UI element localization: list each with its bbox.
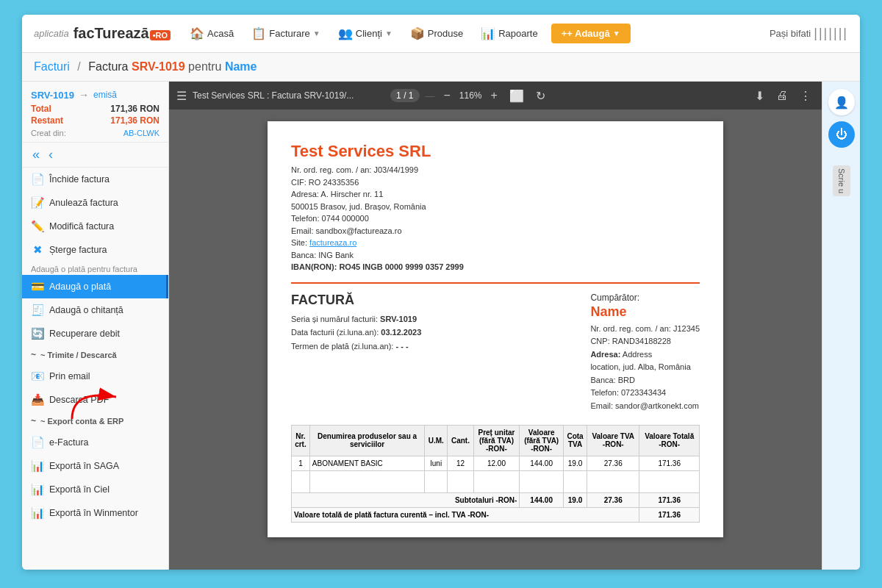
breadcrumb-current-prefix: Factura: [88, 60, 128, 73]
nav-produse[interactable]: 📦 Produse: [403, 22, 470, 45]
sidebar-item-recuperare[interactable]: 🔄 Recuperare debit: [22, 322, 168, 345]
inchide-icon: 📄: [31, 173, 44, 186]
modifica-icon: ✏️: [31, 220, 44, 233]
pdf-zoom-out[interactable]: −: [441, 87, 453, 104]
user-icon-btn[interactable]: 👤: [828, 89, 855, 115]
nav-clienti[interactable]: 👥 Clienți ▼: [331, 22, 400, 45]
pdf-toolbar: ☰ Test Services SRL : Factura SRV-1019/.…: [169, 82, 822, 110]
chevron-down-icon: ▼: [313, 29, 320, 37]
add-button[interactable]: + + Adaugă ▼: [551, 24, 631, 43]
total-label: Total: [31, 104, 51, 114]
user-icon: 👤: [834, 96, 849, 110]
sidebar-item-adauga-plata[interactable]: 💳 Adaugă o plată: [22, 275, 168, 298]
sidebar-item-saga[interactable]: 📊 Exportă în SAGA: [22, 454, 168, 478]
nav-arrows: « ‹: [22, 143, 168, 168]
brand-logo-dot: •RO: [150, 30, 171, 40]
left-sidebar: SRV-1019 → emisă Total 171,36 RON Restan…: [22, 82, 169, 570]
company-site-link[interactable]: factureaza.ro: [309, 238, 356, 247]
pdf-rotate-btn[interactable]: ↻: [533, 87, 548, 104]
content-area: ☰ Test Services SRL : Factura SRV-1019/.…: [169, 82, 860, 570]
ciel-icon: 📊: [31, 483, 44, 496]
nav-pasi: Pași bifati |||||||: [770, 26, 848, 41]
doc-divider: [291, 282, 700, 284]
col-cota: CotaTVA: [563, 425, 587, 456]
pdf-download-btn[interactable]: ⬇: [752, 87, 767, 104]
export-arrow-icon: ~: [31, 416, 36, 426]
pdf-more-btn[interactable]: ⋮: [797, 87, 814, 104]
sidebar-item-adauga-chitanta[interactable]: 🧾 Adaugă o chitanță: [22, 298, 168, 322]
winmentor-icon: 📊: [31, 506, 44, 520]
main-layout: SRV-1019 → emisă Total 171,36 RON Restan…: [22, 82, 860, 570]
power-icon: ⏻: [836, 128, 847, 141]
sidebar-item-efactura[interactable]: 📄 e-Factura: [22, 431, 168, 454]
efactura-icon: 📄: [31, 436, 44, 449]
saga-icon: 📊: [31, 459, 44, 473]
col-nr: Nr.crt.: [292, 425, 310, 456]
sidebar-item-anuleaza[interactable]: 📝 Anulează factura: [22, 191, 168, 215]
sidebar-item-email[interactable]: 📧 Prin email: [22, 365, 168, 388]
sidebar-item-sterge[interactable]: ✖ Șterge factura: [22, 238, 168, 262]
breadcrumb-pentru: pentru: [188, 60, 221, 73]
pdf-zoom-in[interactable]: +: [488, 87, 501, 104]
scrie-button[interactable]: Scrie u: [833, 165, 850, 196]
trimite-arrow-icon: ~: [31, 350, 36, 360]
total-row: Valoare totală de plată factura curentă …: [292, 507, 700, 522]
recuperare-icon: 🔄: [31, 327, 44, 340]
brand-aplicatia: aplicatia: [34, 28, 69, 39]
empty-row: [292, 470, 700, 492]
breadcrumb-separator: /: [77, 60, 80, 73]
adauga-plata-icon: 💳: [31, 280, 44, 293]
pdf-title: Test Services SRL : Factura SRV-1019/...: [193, 90, 384, 101]
doc-company-name: Test Services SRL: [291, 142, 700, 161]
nav-acasa[interactable]: 🏠 Acasă: [182, 22, 241, 45]
restant-value: 171,36 RON: [110, 115, 159, 126]
doc-invoice-row: FACTURĂ Seria și numărul facturii: SRV-1…: [291, 293, 700, 413]
doc-factura-title: FACTURĂ: [291, 293, 421, 308]
nav-facturare[interactable]: 📋 Facturare ▼: [244, 22, 328, 45]
rapoarte-icon: 📊: [481, 26, 495, 40]
power-btn[interactable]: ⏻: [828, 121, 855, 148]
brand-area: aplicatia facTureazā•RO: [34, 25, 171, 42]
pdf-content: Test Services SRL Nr. ord. reg. com. / a…: [169, 110, 822, 570]
pdf-select-btn[interactable]: ⬜: [506, 87, 527, 104]
invoice-restant-row: Restant 171,36 RON: [31, 115, 159, 126]
col-total: Valoare Totală-RON-: [639, 425, 700, 456]
plus-icon: +: [562, 28, 567, 39]
export-section-header: ~ ~ Export conta & ERP: [22, 412, 168, 431]
nav-rapoarte[interactable]: 📊 Rapoarte: [473, 22, 545, 45]
col-tva: Valoare TVA-RON-: [587, 425, 639, 456]
breadcrumb-invoice-number: SRV-1019: [132, 60, 185, 73]
sterge-icon: ✖: [31, 243, 44, 257]
doc-factura-section: FACTURĂ Seria și numărul facturii: SRV-1…: [291, 293, 421, 413]
creat-label: Creat din:: [31, 129, 66, 137]
invoice-total-row: Total 171,36 RON: [31, 104, 159, 114]
produse-icon: 📦: [410, 26, 425, 40]
sidebar-item-pdf[interactable]: 📥 Descarcă PDF: [22, 388, 168, 412]
top-nav: aplicatia facTureazā•RO 🏠 Acasă 📋 Factur…: [22, 15, 860, 53]
pdf-menu-icon[interactable]: ☰: [176, 89, 187, 103]
sidebar-item-winmentor[interactable]: 📊 Exportă în Winmentor: [22, 501, 168, 525]
nav-prev-btn[interactable]: ‹: [46, 147, 56, 162]
invoice-number-row: SRV-1019 → emisă: [31, 89, 159, 101]
trimite-section-header: ~ ~ Trimite / Descarcă: [22, 345, 168, 365]
nav-first-btn[interactable]: «: [29, 147, 43, 162]
pdf-print-btn[interactable]: 🖨: [773, 87, 791, 104]
subtotal-row: Subtotaluri -RON- 144.00 19.0 27.36 171.…: [292, 492, 700, 507]
invoice-number: SRV-1019: [31, 90, 74, 101]
pdf-icon: 📥: [31, 393, 44, 406]
invoice-document: Test Services SRL Nr. ord. reg. com. / a…: [268, 121, 723, 537]
col-pret: Preț unitar(fără TVA)-RON-: [473, 425, 520, 456]
sidebar-item-ciel[interactable]: 📊 Exportă în Ciel: [22, 478, 168, 501]
breadcrumb-name: Name: [225, 60, 257, 73]
invoice-arrow: →: [79, 89, 89, 101]
pdf-zoom-level: 116%: [459, 90, 482, 101]
pdf-pages: 1 / 1: [390, 89, 419, 102]
sidebar-item-modifica[interactable]: ✏️ Modifică factura: [22, 215, 168, 238]
chevron-down-icon: ▼: [385, 29, 392, 37]
doc-buyer-section: Cumpărător: Name Nr. ord. reg. com. / an…: [590, 293, 700, 413]
pdf-viewer: ☰ Test Services SRL : Factura SRV-1019/.…: [169, 82, 822, 570]
sidebar-item-inchide[interactable]: 📄 Închide factura: [22, 168, 168, 191]
breadcrumb-link[interactable]: Facturi: [34, 60, 70, 73]
restant-label: Restant: [31, 115, 63, 126]
invoice-creat-row: Creat din: AB-CLWK: [31, 129, 159, 137]
